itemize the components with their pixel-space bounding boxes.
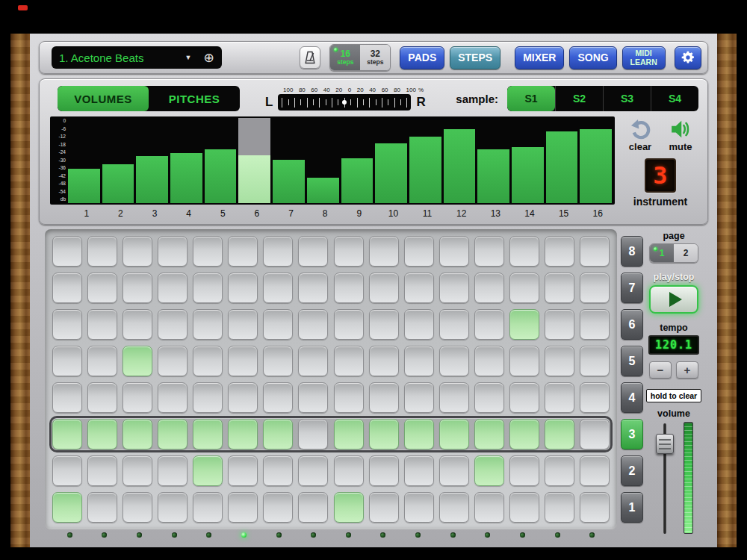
pad-r1-c1[interactable] (52, 492, 82, 523)
pad-r1-c9[interactable] (334, 492, 364, 523)
pad-r4-c14[interactable] (509, 382, 539, 413)
preset-selector[interactable]: 1. Acetone Beats ▼ ⊕ (52, 46, 222, 69)
add-preset-icon[interactable]: ⊕ (203, 50, 214, 66)
pad-r6-c12[interactable] (439, 309, 469, 340)
pad-r7-c8[interactable] (298, 273, 328, 303)
pad-r2-c15[interactable] (545, 455, 574, 486)
pad-r2-c11[interactable] (404, 455, 434, 486)
pad-r1-c7[interactable] (263, 492, 293, 523)
pad-r1-c14[interactable] (509, 492, 539, 523)
mute-button[interactable]: mute (661, 118, 700, 152)
pad-r4-c3[interactable] (123, 382, 152, 413)
pad-r8-c13[interactable] (474, 236, 504, 267)
row-button-3[interactable]: 3 (621, 419, 643, 449)
pad-r7-c5[interactable] (193, 273, 223, 303)
pad-r1-c15[interactable] (545, 492, 574, 523)
pad-r7-c4[interactable] (158, 273, 187, 303)
pad-r3-c11[interactable] (404, 419, 434, 449)
pad-r5-c8[interactable] (298, 346, 328, 376)
pad-r6-c10[interactable] (369, 309, 399, 340)
tempo-increase-button[interactable]: + (676, 361, 698, 379)
pad-r5-c5[interactable] (193, 346, 223, 376)
fader-knob[interactable] (656, 434, 674, 454)
page-option-2[interactable]: 2 (674, 244, 698, 262)
page-option-1[interactable]: 1 (650, 244, 674, 262)
pad-r3-c10[interactable] (369, 419, 399, 449)
pad-r8-c15[interactable] (545, 236, 574, 267)
clear-button[interactable]: clear (621, 118, 660, 152)
row-button-4[interactable]: 4 (621, 382, 643, 413)
pad-r3-c13[interactable] (474, 419, 504, 449)
pad-r5-c4[interactable] (158, 346, 187, 376)
pad-r4-c9[interactable] (334, 382, 364, 413)
pad-r6-c14[interactable] (509, 309, 539, 340)
pad-r8-c14[interactable] (509, 236, 539, 267)
sample-button-s4[interactable]: S4 (651, 86, 698, 111)
pad-r4-c7[interactable] (263, 382, 293, 413)
pad-r3-c5[interactable] (193, 419, 223, 449)
metronome-button[interactable] (300, 46, 321, 69)
pad-r4-c12[interactable] (439, 382, 469, 413)
pad-r5-c1[interactable] (52, 346, 82, 376)
steps-option-32[interactable]: 32steps (360, 45, 390, 70)
settings-button[interactable] (675, 46, 701, 69)
bar-slot-9[interactable] (341, 118, 374, 203)
pad-r6-c8[interactable] (298, 309, 328, 340)
row-button-6[interactable]: 6 (621, 309, 643, 340)
pad-r6-c13[interactable] (474, 309, 504, 340)
tab-pitches[interactable]: PITCHES (149, 86, 240, 111)
pad-r1-c10[interactable] (369, 492, 399, 523)
bar-slot-13[interactable] (477, 118, 509, 203)
pad-r8-c12[interactable] (439, 236, 469, 267)
pad-r3-c7[interactable] (263, 419, 293, 449)
pad-r2-c3[interactable] (123, 455, 152, 486)
pan-slider[interactable] (278, 94, 411, 111)
pad-r8-c1[interactable] (52, 236, 82, 267)
pad-r8-c2[interactable] (87, 236, 117, 267)
pad-r4-c1[interactable] (52, 382, 82, 413)
nav-steps[interactable]: STEPS (450, 46, 500, 69)
bar-slot-8[interactable] (307, 118, 339, 203)
pad-r3-c9[interactable] (334, 419, 364, 449)
pad-r1-c5[interactable] (193, 492, 223, 523)
pad-r7-c15[interactable] (545, 273, 574, 303)
pad-r8-c5[interactable] (193, 236, 223, 267)
pad-r4-c6[interactable] (228, 382, 258, 413)
pad-r1-c3[interactable] (123, 492, 152, 523)
pad-r2-c4[interactable] (158, 455, 187, 486)
pad-r8-c6[interactable] (228, 236, 258, 267)
pad-r3-c3[interactable] (123, 419, 152, 449)
pad-r6-c11[interactable] (404, 309, 434, 340)
bar-slot-4[interactable] (170, 118, 202, 203)
pad-r7-c7[interactable] (263, 273, 293, 303)
bar-slot-5[interactable] (205, 118, 237, 203)
pad-r4-c2[interactable] (87, 382, 117, 413)
pad-r6-c16[interactable] (580, 309, 610, 340)
pad-r5-c3[interactable] (123, 346, 152, 376)
pad-r2-c1[interactable] (52, 455, 82, 486)
pad-r1-c2[interactable] (87, 492, 117, 523)
pad-r5-c6[interactable] (228, 346, 258, 376)
pad-r8-c16[interactable] (580, 236, 610, 267)
pad-r7-c13[interactable] (474, 273, 504, 303)
pad-r1-c6[interactable] (228, 492, 258, 523)
pad-r7-c3[interactable] (123, 273, 152, 303)
pad-r8-c7[interactable] (263, 236, 293, 267)
pad-r3-c4[interactable] (158, 419, 187, 449)
pad-r5-c7[interactable] (263, 346, 293, 376)
pad-r6-c6[interactable] (228, 309, 258, 340)
pad-r3-c15[interactable] (545, 419, 574, 449)
pad-r7-c10[interactable] (369, 273, 399, 303)
pad-r8-c10[interactable] (369, 236, 399, 267)
pad-r6-c3[interactable] (123, 309, 152, 340)
bar-slot-15[interactable] (546, 118, 578, 203)
pad-r6-c5[interactable] (193, 309, 223, 340)
pad-r3-c1[interactable] (52, 419, 82, 449)
pad-r8-c4[interactable] (158, 236, 187, 267)
nav-mixer[interactable]: MIXER (515, 46, 564, 69)
pad-r3-c8[interactable] (298, 419, 328, 449)
tempo-decrease-button[interactable]: − (649, 361, 672, 379)
nav-midi-learn[interactable]: MIDILEARN (622, 46, 666, 69)
dropdown-arrow-icon[interactable]: ▼ (185, 54, 192, 61)
pad-r1-c4[interactable] (158, 492, 187, 523)
